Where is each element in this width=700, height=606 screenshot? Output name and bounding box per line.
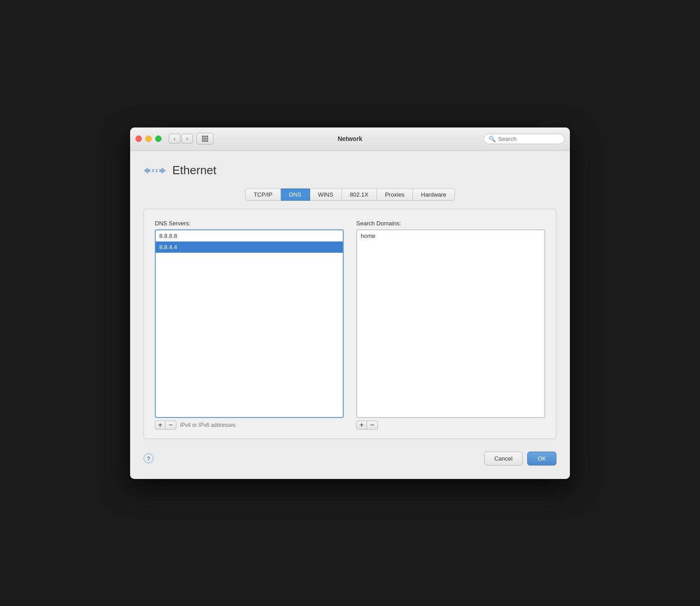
traffic-lights — [136, 136, 162, 142]
dns-servers-list[interactable]: 8.8.8.8 8.8.4.4 — [155, 229, 344, 418]
search-domain-entry-1[interactable]: home — [357, 230, 544, 242]
svg-rect-8 — [206, 140, 208, 142]
grid-button[interactable] — [197, 133, 214, 145]
window-title: Network — [337, 135, 362, 142]
dns-remove-button[interactable]: − — [166, 421, 176, 430]
ethernet-icon — [144, 162, 166, 180]
dns-hint: IPv4 or IPv6 addresses — [180, 422, 236, 428]
bottom-bar: ? Cancel OK — [144, 452, 556, 465]
svg-point-11 — [154, 169, 156, 171]
tab-hardware[interactable]: Hardware — [413, 189, 455, 201]
maximize-button[interactable] — [155, 136, 162, 142]
svg-rect-1 — [204, 136, 206, 137]
search-domains-label: Search Domains: — [356, 220, 545, 227]
tab-dns[interactable]: DNS — [281, 189, 310, 201]
help-button[interactable]: ? — [144, 453, 153, 463]
content-area: Ethernet TCP/IP DNS WINS 802.1X Proxies … — [130, 151, 570, 479]
svg-point-10 — [150, 169, 153, 171]
nav-buttons: ‹ › — [169, 134, 193, 144]
forward-button[interactable]: › — [181, 134, 193, 144]
search-box[interactable]: 🔍 — [484, 134, 564, 144]
network-window: ‹ › Network 🔍 — [130, 127, 570, 479]
tabs-container: TCP/IP DNS WINS 802.1X Proxies Hardware — [144, 189, 556, 201]
tab-wins[interactable]: WINS — [310, 189, 342, 201]
main-panel: DNS Servers: 8.8.8.8 8.8.4.4 + − IPv4 or… — [144, 209, 556, 439]
search-domains-column: Search Domains: home + − — [356, 220, 545, 430]
dns-servers-column: DNS Servers: 8.8.8.8 8.8.4.4 + − IPv4 or… — [155, 220, 344, 430]
dns-entry-1[interactable]: 8.8.8.8 — [156, 230, 343, 242]
ethernet-header: Ethernet — [144, 162, 556, 180]
svg-rect-2 — [206, 136, 208, 137]
search-input[interactable] — [498, 136, 560, 142]
svg-rect-5 — [206, 138, 208, 140]
dns-add-button[interactable]: + — [155, 421, 166, 430]
svg-rect-4 — [204, 138, 206, 140]
titlebar: ‹ › Network 🔍 — [130, 127, 570, 151]
close-button[interactable] — [136, 136, 142, 142]
search-icon: 🔍 — [489, 136, 496, 142]
cancel-button[interactable]: Cancel — [484, 452, 523, 465]
svg-rect-0 — [202, 136, 204, 137]
dns-servers-label: DNS Servers: — [155, 220, 344, 227]
search-domains-remove-button[interactable]: − — [367, 421, 378, 430]
svg-rect-7 — [204, 140, 206, 142]
columns-container: DNS Servers: 8.8.8.8 8.8.4.4 + − IPv4 or… — [155, 220, 545, 430]
search-domains-controls: + − — [356, 421, 545, 430]
svg-point-12 — [158, 169, 160, 171]
svg-rect-6 — [202, 140, 204, 142]
dns-controls: + − IPv4 or IPv6 addresses — [155, 421, 344, 430]
minimize-button[interactable] — [145, 136, 152, 142]
dns-entry-2[interactable]: 8.8.4.4 — [156, 242, 343, 253]
tab-dot1x[interactable]: 802.1X — [342, 189, 377, 201]
search-domains-add-button[interactable]: + — [356, 421, 367, 430]
tab-proxies[interactable]: Proxies — [377, 189, 413, 201]
action-buttons: Cancel OK — [484, 452, 556, 465]
search-domains-list[interactable]: home — [356, 229, 545, 418]
tab-tcpip[interactable]: TCP/IP — [245, 189, 281, 201]
back-button[interactable]: ‹ — [169, 134, 180, 144]
ok-button[interactable]: OK — [527, 452, 556, 465]
page-title: Ethernet — [172, 163, 216, 177]
svg-rect-3 — [202, 138, 204, 140]
